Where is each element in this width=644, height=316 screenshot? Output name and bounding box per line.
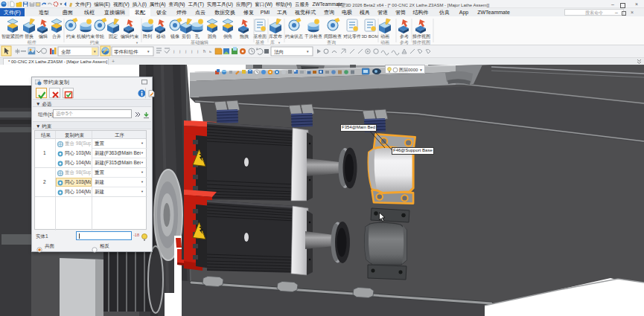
svg-text:机械约束: 机械约束 <box>77 34 95 39</box>
svg-text:带轮: 带轮 <box>95 34 104 39</box>
svg-text:编辑约束: 编辑约束 <box>121 34 139 39</box>
svg-text:操作视图: 操作视图 <box>412 33 430 39</box>
svg-text:阵列: 阵列 <box>143 33 152 39</box>
svg-text:į: į <box>191 49 193 54</box>
svg-text:拖拽: 拖拽 <box>239 34 249 39</box>
svg-text:约束状态: 约束状态 <box>285 33 303 39</box>
svg-text:全部: 全部 <box>61 49 71 55</box>
svg-text:参考: 参考 <box>400 34 409 39</box>
svg-text:倒角: 倒角 <box>223 34 232 39</box>
svg-text:基准面: 基准面 <box>253 33 267 39</box>
svg-text:干涉检查: 干涉检查 <box>304 33 322 39</box>
svg-text:编辑: 编辑 <box>39 34 48 39</box>
svg-text:组件: 组件 <box>27 40 36 45</box>
svg-text:移动: 移动 <box>156 34 165 39</box>
svg-text:动画: 动画 <box>380 34 389 39</box>
svg-text:零件和组件: 零件和组件 <box>114 49 138 55</box>
svg-text:į: į <box>197 49 199 54</box>
svg-text:圆角: 圆角 <box>208 34 217 39</box>
svg-text:基础编辑: 基础编辑 <box>191 40 208 45</box>
svg-text:查询: 查询 <box>327 40 336 45</box>
svg-text:参考: 参考 <box>400 40 409 45</box>
svg-text:▼: ▼ <box>93 50 96 54</box>
svg-text:3D BOM: 3D BOM <box>361 34 378 39</box>
svg-text:合并: 合并 <box>52 33 61 39</box>
svg-text:间隙检查: 间隙检查 <box>324 33 342 39</box>
svg-text:库: 库 <box>270 39 275 45</box>
svg-text:对比零件: 对比零件 <box>343 34 361 39</box>
svg-text:操作视图: 操作视图 <box>412 39 430 45</box>
svg-text:▼: ▼ <box>147 50 150 54</box>
svg-text:▼: ▼ <box>278 41 281 45</box>
svg-text:孔: 孔 <box>195 33 200 39</box>
svg-text:į: į <box>185 49 187 54</box>
svg-text:ħ: ħ <box>203 49 205 54</box>
svg-text:▼: ▼ <box>306 50 309 54</box>
svg-text:ь: ь <box>209 49 211 54</box>
svg-text:约束: 约束 <box>90 40 100 45</box>
svg-text:固定: 固定 <box>109 33 118 39</box>
svg-text:法向: 法向 <box>274 49 284 55</box>
svg-text:▼: ▼ <box>136 41 138 45</box>
svg-text:基准: 基准 <box>255 40 264 45</box>
svg-text:智能紧固件: 智能紧固件 <box>1 33 24 39</box>
svg-text:库发布: 库发布 <box>269 33 282 39</box>
svg-text:动画: 动画 <box>380 40 389 45</box>
svg-text:约束: 约束 <box>66 34 76 39</box>
svg-text:į: į <box>173 49 175 54</box>
svg-text:镜像: 镜像 <box>170 33 179 39</box>
svg-text:替换: 替换 <box>25 34 34 39</box>
svg-text:剪切: 剪切 <box>182 33 191 39</box>
svg-text:į: į <box>179 49 181 54</box>
